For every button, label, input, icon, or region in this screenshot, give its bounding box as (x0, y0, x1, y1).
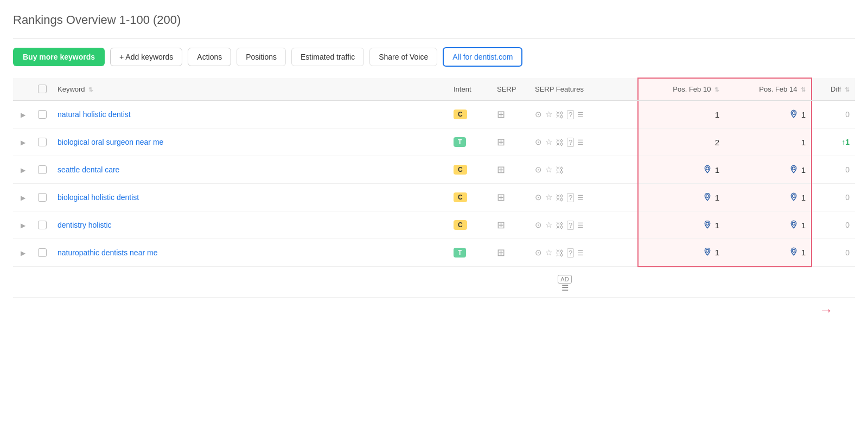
serp-features-cell: ⊙ ☆ ⛓ ? ☰ (529, 184, 638, 211)
row-checkbox[interactable] (38, 248, 47, 257)
serp-features-cell: ⊙ ☆ ⛓ ? ☰ (529, 239, 638, 267)
serp-cell: ⊞ (492, 128, 529, 156)
expand-row-icon[interactable]: ▶ (21, 194, 25, 202)
pos-feb10-cell: 1 (638, 211, 725, 239)
svg-point-3 (706, 195, 709, 197)
expand-row-icon[interactable]: ▶ (21, 249, 25, 257)
pos-feb14-value: 1 (801, 138, 806, 147)
ad-list-icon: ☰ (561, 283, 569, 292)
pos-feb10-display: 1 (644, 165, 719, 175)
buy-keywords-button[interactable]: Buy more keywords (13, 48, 105, 66)
add-keywords-button[interactable]: + Add keywords (110, 48, 182, 66)
pos-feb10-display: 1 (644, 192, 719, 203)
map-pin-icon (789, 220, 798, 230)
pos-feb10-display: 2 (644, 138, 719, 147)
pos-feb14-display: 1 (730, 110, 806, 120)
pos-feb10-value: 1 (715, 221, 719, 230)
serp-features-icons: ⊙ ☆ ⛓ ? ☰ (535, 110, 632, 119)
svg-point-1 (706, 167, 709, 170)
svg-point-8 (792, 249, 795, 252)
intent-badge: C (454, 220, 467, 230)
domain-filter-button[interactable]: All for dentist.com (443, 47, 522, 67)
pos-feb10-display: 1 (644, 220, 719, 230)
checkbox-cell (33, 184, 52, 211)
table-row: ▶ biological holistic dentist C ⊞ ⊙ ☆ ⛓ … (13, 184, 855, 211)
expand-cell: ▶ (13, 156, 33, 184)
serp-cell: ⊞ (492, 239, 529, 267)
serp-col-header: SERP (492, 78, 529, 100)
serp-cell: ⊞ (492, 184, 529, 211)
diff-value: 0 (845, 221, 850, 229)
serp-features-cell: ⊙ ☆ ⛓ ? ☰ (529, 128, 638, 156)
svg-point-2 (792, 167, 795, 170)
serp-image-icon: ⊞ (497, 164, 505, 175)
map-pin-icon (789, 192, 798, 203)
table-row: ▶ natural holistic dentist C ⊞ ⊙ ☆ ⛓ ? ☰… (13, 100, 855, 128)
expand-cell: ▶ (13, 211, 33, 239)
row-checkbox[interactable] (38, 193, 47, 202)
map-pin-icon (789, 110, 798, 120)
actions-button[interactable]: Actions (188, 48, 231, 66)
intent-cell: T (448, 128, 492, 156)
pos-feb10-value: 2 (715, 138, 719, 147)
keyword-text[interactable]: dentistry holistic (58, 221, 112, 229)
serp-features-icons: ⊙ ☆ ⛓ ? ☰ (535, 137, 632, 147)
diff-value: 0 (845, 165, 850, 174)
diff-value: 0 (845, 193, 850, 202)
pos-feb14-display: 1 (730, 247, 806, 258)
ad-icon-cell: AD ☰ (492, 267, 638, 298)
scroll-right-arrow: → (819, 302, 833, 319)
checkbox-cell (33, 211, 52, 239)
keyword-text[interactable]: seattle dental care (58, 165, 119, 174)
pos-feb14-value: 1 (801, 193, 806, 202)
pos-feb10-display: 1 (644, 247, 719, 258)
row-checkbox[interactable] (38, 138, 47, 146)
serp-cell: ⊞ (492, 211, 529, 239)
pos-feb10-col-header: Pos. Feb 10 ⇅ (638, 78, 725, 100)
expand-row-icon[interactable]: ▶ (21, 166, 25, 174)
keyword-text[interactable]: biological oral surgeon near me (58, 138, 163, 146)
serp-cell: ⊞ (492, 100, 529, 128)
estimated-traffic-tab[interactable]: Estimated traffic (291, 48, 364, 66)
diff-sort-icon[interactable]: ⇅ (845, 86, 850, 93)
svg-point-6 (792, 222, 795, 225)
page-title: Rankings Overview 1-100 (200) (13, 13, 855, 27)
pos-feb14-cell: 1 (725, 184, 812, 211)
keyword-text[interactable]: naturopathic dentists near me (58, 248, 157, 257)
pos-feb14-sort-icon[interactable]: ⇅ (801, 86, 806, 93)
table-row: ▶ naturopathic dentists near me T ⊞ ⊙ ☆ … (13, 239, 855, 267)
pos-feb10-sort-icon[interactable]: ⇅ (714, 86, 719, 93)
pos-feb14-cell: 1 (725, 128, 812, 156)
select-all-checkbox[interactable] (38, 85, 47, 93)
row-checkbox[interactable] (38, 221, 47, 229)
serp-features-icons: ⊙ ☆ ⛓ ? ☰ (535, 220, 632, 230)
expand-cell: ▶ (13, 184, 33, 211)
share-of-voice-tab[interactable]: Share of Voice (369, 48, 437, 66)
serp-features-col-header: SERP Features (529, 78, 638, 100)
svg-point-4 (792, 195, 795, 197)
keyword-text[interactable]: natural holistic dentist (58, 110, 131, 119)
pos-feb14-value: 1 (801, 221, 806, 230)
diff-cell: 0 (812, 100, 855, 128)
keyword-text[interactable]: biological holistic dentist (58, 193, 139, 202)
pos-feb14-display: 1 (730, 220, 806, 230)
diff-value: 0 (845, 248, 850, 257)
diff-cell: 0 (812, 211, 855, 239)
row-checkbox[interactable] (38, 110, 47, 119)
pos-feb14-cell: 1 (725, 211, 812, 239)
row-checkbox[interactable] (38, 165, 47, 174)
positions-tab[interactable]: Positions (237, 48, 286, 66)
expand-row-icon[interactable]: ▶ (21, 111, 25, 119)
intent-badge: T (454, 137, 466, 147)
intent-cell: T (448, 239, 492, 267)
expand-row-icon[interactable]: ▶ (21, 222, 25, 229)
svg-point-7 (706, 249, 709, 252)
checkbox-col-header (33, 78, 52, 100)
keyword-sort-icon[interactable]: ⇅ (88, 86, 93, 93)
pos-feb10-value: 1 (715, 193, 719, 202)
expand-row-icon[interactable]: ▶ (21, 139, 25, 146)
pos-feb10-value: 1 (715, 248, 719, 257)
expand-col-header (13, 78, 33, 100)
map-pin-icon (703, 220, 712, 230)
intent-col-header: Intent (448, 78, 492, 100)
